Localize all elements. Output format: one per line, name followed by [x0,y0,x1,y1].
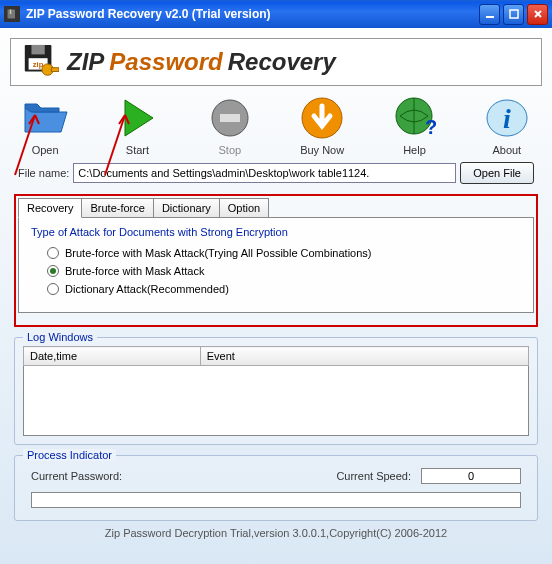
radio-icon-selected [47,265,59,277]
tab-brute-force[interactable]: Brute-force [81,198,153,217]
window-title: ZIP Password Recovery v2.0 (Trial versio… [26,7,479,21]
radio-label: Brute-force with Mask Attack [65,265,204,277]
svg-rect-5 [31,45,44,55]
radio-brute-mask[interactable]: Brute-force with Mask Attack [31,262,521,280]
minimize-button[interactable] [479,4,500,25]
content-area: zip ZIP Password Recovery Open Start [0,28,552,564]
log-col-event[interactable]: Event [200,347,528,366]
open-button[interactable]: Open [10,94,80,156]
file-row: File name: Open File [10,160,542,186]
radio-label: Dictionary Attack(Recommended) [65,283,229,295]
help-button[interactable]: ? Help [379,94,449,156]
start-label: Start [126,144,149,156]
status-bar: Zip Password Decryption Trial,version 3.… [10,521,542,539]
tab-option[interactable]: Option [219,198,269,217]
log-table: Date,time Event [23,346,529,366]
process-legend: Process Indicator [23,449,116,461]
help-label: Help [403,144,426,156]
banner-password-text: Password [109,48,222,76]
svg-rect-2 [486,16,494,18]
svg-rect-11 [220,114,240,122]
radio-icon [47,247,59,259]
current-password-label: Current Password: [31,470,122,482]
log-rows-area[interactable] [23,366,529,436]
tab-dictionary[interactable]: Dictionary [153,198,220,217]
file-path-input[interactable] [73,163,456,183]
info-icon: i [483,94,531,142]
file-name-label: File name: [18,167,69,179]
close-button[interactable] [527,4,548,25]
download-icon [298,94,346,142]
current-speed-label: Current Speed: [336,470,411,482]
radio-icon [47,283,59,295]
stop-button[interactable]: Stop [195,94,265,156]
attack-type-title: Type of Attack for Documents with Strong… [31,226,521,238]
play-icon [113,94,161,142]
folder-open-icon [21,94,69,142]
banner-logo-icon: zip [21,43,59,81]
log-legend: Log Windows [23,331,97,343]
app-icon [4,6,20,22]
log-windows-fieldset: Log Windows Date,time Event [14,337,538,445]
svg-rect-3 [510,10,518,18]
svg-text:?: ? [425,116,437,138]
current-speed-value: 0 [421,468,521,484]
start-button[interactable]: Start [102,94,172,156]
stop-icon [206,94,254,142]
svg-rect-9 [51,68,59,72]
toolbar: Open Start Stop Buy Now ? Help [10,86,542,160]
radio-dictionary[interactable]: Dictionary Attack(Recommended) [31,280,521,298]
process-indicator-fieldset: Process Indicator Current Password: Curr… [14,455,538,521]
maximize-button[interactable] [503,4,524,25]
radio-label: Brute-force with Mask Attack(Trying All … [65,247,371,259]
about-button[interactable]: i About [472,94,542,156]
log-col-datetime[interactable]: Date,time [24,347,201,366]
open-label: Open [32,144,59,156]
radio-brute-all[interactable]: Brute-force with Mask Attack(Trying All … [31,244,521,262]
progress-bar [31,492,521,508]
tab-content-recovery: Type of Attack for Documents with Strong… [18,217,534,313]
tab-panel: Recovery Brute-force Dictionary Option T… [14,194,538,327]
stop-label: Stop [218,144,241,156]
svg-text:i: i [503,103,511,134]
globe-help-icon: ? [390,94,438,142]
svg-rect-1 [10,10,12,15]
buy-button[interactable]: Buy Now [287,94,357,156]
banner-zip-text: ZIP [67,48,104,76]
buy-label: Buy Now [300,144,344,156]
titlebar: ZIP Password Recovery v2.0 (Trial versio… [0,0,552,28]
open-file-button[interactable]: Open File [460,162,534,184]
tab-recovery[interactable]: Recovery [18,198,82,218]
banner: zip ZIP Password Recovery [10,38,542,86]
about-label: About [492,144,521,156]
banner-recovery-text: Recovery [228,48,336,76]
